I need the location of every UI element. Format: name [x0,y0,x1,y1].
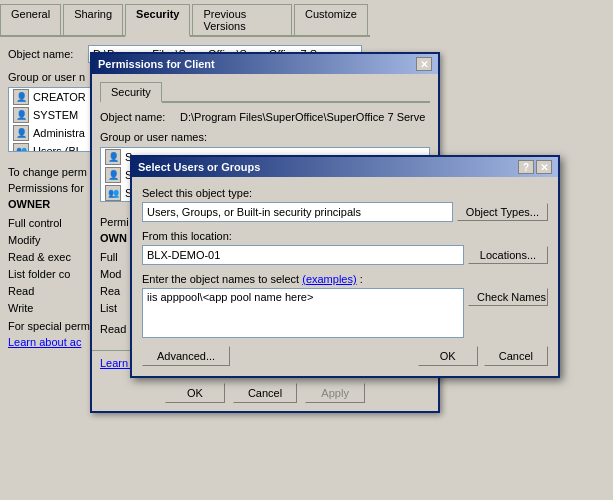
names-section: Enter the object names to select (exampl… [142,273,548,338]
dialog1-object-row: Object name: D:\Program Files\SuperOffic… [100,111,430,123]
user-icon: 👤 [105,167,121,183]
dialog1-tab-security[interactable]: Security [100,82,162,103]
object-type-input[interactable] [142,202,453,222]
object-type-row: Object Types... [142,202,548,222]
locations-button[interactable]: Locations... [468,246,548,264]
dialog2-cancel-button[interactable]: Cancel [484,346,548,366]
dialog1-ok-button[interactable]: OK [165,383,225,403]
select-object-type-label: Select this object type: [142,187,548,199]
user-icon: 👤 [13,89,29,105]
enter-names-label: Enter the object names to select (exampl… [142,273,548,285]
dialog1-group-label: Group or user names: [100,131,430,143]
names-row: iis apppool\<app pool name here> Check N… [142,288,548,338]
object-type-section: Select this object type: Object Types... [142,187,548,222]
dialog1-object-label: Object name: [100,111,180,123]
user-icon: 👤 [13,125,29,141]
main-tab-bar: General Sharing Security Previous Versio… [0,0,370,37]
dialog2-help-button[interactable]: ? [518,160,534,174]
tab-previous-versions[interactable]: Previous Versions [192,4,292,35]
dialog2-titlebar-buttons: ? ✕ [518,160,552,174]
dialog2-ok-button[interactable]: OK [418,346,478,366]
dialog2-close-button[interactable]: ✕ [536,160,552,174]
tab-general[interactable]: General [0,4,61,35]
dialog1-footer: OK Cancel Apply [92,375,438,411]
dialog2-footer-right: OK Cancel [418,346,548,366]
user-icon: 👥 [13,143,29,152]
object-name-label: Object name: [8,48,88,60]
learn-link[interactable]: Learn about ac [8,336,81,348]
dialog2-footer: Advanced... OK Cancel [142,346,548,366]
tab-sharing[interactable]: Sharing [63,4,123,35]
dialog1-apply-button[interactable]: Apply [305,383,365,403]
dialog1-title: Permissions for Client [98,58,215,70]
user-icon: 👤 [13,107,29,123]
select-users-dialog: Select Users or Groups ? ✕ Select this o… [130,155,560,378]
user-icon: 👤 [105,149,121,165]
dialog1-close-button[interactable]: ✕ [416,57,432,71]
object-types-button[interactable]: Object Types... [457,203,548,221]
tab-customize[interactable]: Customize [294,4,368,35]
dialog1-cancel-button[interactable]: Cancel [233,383,297,403]
dialog1-tabs: Security [100,82,430,103]
location-section: From this location: Locations... [142,230,548,265]
check-names-button[interactable]: Check Names [468,288,548,306]
dialog1-object-value: D:\Program Files\SuperOffice\SuperOffice… [180,111,425,123]
dialog2-advanced-button[interactable]: Advanced... [142,346,230,366]
dialog2-titlebar: Select Users or Groups ? ✕ [132,157,558,177]
from-location-label: From this location: [142,230,548,242]
dialog1-read-label: Read [100,323,126,335]
tab-security[interactable]: Security [125,4,190,37]
examples-link[interactable]: (examples) [302,273,356,285]
dialog2-body: Select this object type: Object Types...… [132,177,558,376]
location-input[interactable] [142,245,464,265]
dialog1-titlebar: Permissions for Client ✕ [92,54,438,74]
names-textarea[interactable]: iis apppool\<app pool name here> [142,288,464,338]
user-icon: 👥 [105,185,121,201]
dialog2-title: Select Users or Groups [138,161,260,173]
location-row: Locations... [142,245,548,265]
